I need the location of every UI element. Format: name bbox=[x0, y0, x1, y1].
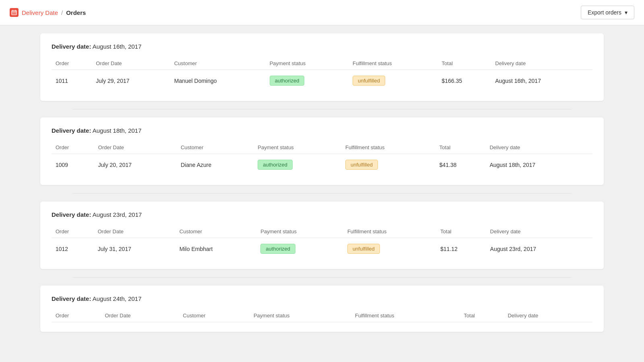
fulfillment-status-badge: unfulfilled bbox=[353, 76, 385, 86]
order-total: $41.38 bbox=[436, 154, 486, 176]
col-total-1: Total bbox=[438, 57, 491, 70]
col-order-2: Order bbox=[52, 141, 94, 154]
group-title-2: Delivery date: August 18th, 2017 bbox=[52, 127, 592, 134]
col-order-4: Order bbox=[52, 309, 101, 322]
delivery-date-value-1: August 16th, 2017 bbox=[93, 43, 142, 50]
order-number: 1009 bbox=[52, 154, 94, 176]
payment-status: authorized bbox=[266, 70, 349, 92]
group-title-3: Delivery date: August 23rd, 2017 bbox=[52, 211, 592, 218]
order-group-2: Delivery date: August 18th, 2017 Order O… bbox=[40, 117, 604, 185]
col-delivery-date-2: Delivery date bbox=[485, 141, 592, 154]
col-customer-3: Customer bbox=[175, 225, 257, 238]
order-number: 1012 bbox=[52, 238, 94, 260]
chevron-down-icon: ▾ bbox=[625, 9, 627, 16]
order-total: $11.12 bbox=[436, 238, 486, 260]
group-title-1: Delivery date: August 16th, 2017 bbox=[52, 43, 592, 50]
table-row[interactable]: 1011 July 29, 2017 Manuel Domingo author… bbox=[52, 70, 592, 92]
delivery-date-label-1: Delivery date: bbox=[52, 43, 91, 50]
customer-name: Milo Embhart bbox=[175, 238, 257, 260]
delivery-date-cell: August 18th, 2017 bbox=[485, 154, 592, 176]
order-number: 1011 bbox=[52, 70, 92, 92]
col-fulfillment-status-3: Fulfillment status bbox=[343, 225, 436, 238]
col-delivery-date-4: Delivery date bbox=[504, 309, 592, 322]
svg-rect-4 bbox=[12, 12, 17, 12]
order-group-4: Delivery date: August 24th, 2017 Order O… bbox=[40, 286, 604, 332]
delivery-date-value-3: August 23rd, 2017 bbox=[93, 211, 142, 218]
col-order-date-2: Order Date bbox=[94, 141, 177, 154]
divider-2 bbox=[72, 193, 572, 193]
col-order-date-4: Order Date bbox=[101, 309, 179, 322]
breadcrumb-current: Orders bbox=[66, 9, 86, 16]
export-orders-button[interactable]: Export orders ▾ bbox=[581, 6, 634, 19]
order-table-2: Order Order Date Customer Payment status… bbox=[52, 141, 592, 175]
col-total-3: Total bbox=[436, 225, 486, 238]
col-fulfillment-status-2: Fulfillment status bbox=[341, 141, 436, 154]
breadcrumb-parent[interactable]: Delivery Date bbox=[22, 9, 58, 16]
order-table-3: Order Order Date Customer Payment status… bbox=[52, 225, 592, 259]
fulfillment-status: unfulfilled bbox=[341, 154, 436, 176]
divider-1 bbox=[72, 109, 572, 109]
col-customer-4: Customer bbox=[179, 309, 250, 322]
order-table-1: Order Order Date Customer Payment status… bbox=[52, 57, 592, 91]
fulfillment-status: unfulfilled bbox=[349, 70, 438, 92]
col-order-1: Order bbox=[52, 57, 92, 70]
payment-status: authorized bbox=[254, 154, 341, 176]
delivery-date-label-2: Delivery date: bbox=[52, 127, 91, 134]
delivery-date-value-2: August 18th, 2017 bbox=[93, 127, 142, 134]
col-fulfillment-status-1: Fulfillment status bbox=[349, 57, 438, 70]
table-row[interactable]: 1009 July 20, 2017 Diane Azure authorize… bbox=[52, 154, 592, 176]
delivery-date-label-4: Delivery date: bbox=[52, 295, 91, 302]
col-total-2: Total bbox=[436, 141, 486, 154]
header: Delivery Date / Orders Export orders ▾ bbox=[0, 0, 644, 25]
payment-status: authorized bbox=[256, 238, 343, 260]
customer-name: Diane Azure bbox=[177, 154, 254, 176]
table-row[interactable]: 1012 July 31, 2017 Milo Embhart authoriz… bbox=[52, 238, 592, 260]
order-date: July 20, 2017 bbox=[94, 154, 177, 176]
order-date: July 31, 2017 bbox=[94, 238, 175, 260]
col-payment-status-4: Payment status bbox=[250, 309, 351, 322]
col-payment-status-1: Payment status bbox=[266, 57, 349, 70]
col-order-date-3: Order Date bbox=[94, 225, 175, 238]
col-delivery-date-3: Delivery date bbox=[486, 225, 592, 238]
col-customer-1: Customer bbox=[170, 57, 266, 70]
payment-status-badge: authorized bbox=[270, 76, 305, 86]
export-orders-label: Export orders bbox=[588, 9, 621, 16]
delivery-date-cell: August 16th, 2017 bbox=[491, 70, 592, 92]
svg-rect-3 bbox=[15, 10, 16, 11]
col-delivery-date-1: Delivery date bbox=[491, 57, 592, 70]
order-date: July 29, 2017 bbox=[92, 70, 170, 92]
col-order-3: Order bbox=[52, 225, 94, 238]
col-customer-2: Customer bbox=[177, 141, 254, 154]
svg-rect-0 bbox=[12, 10, 17, 15]
order-total: $166.35 bbox=[438, 70, 491, 92]
fulfillment-status-badge: unfulfilled bbox=[347, 244, 380, 254]
col-payment-status-3: Payment status bbox=[256, 225, 343, 238]
customer-name: Manuel Domingo bbox=[170, 70, 266, 92]
group-title-4: Delivery date: August 24th, 2017 bbox=[52, 295, 592, 302]
fulfillment-status: unfulfilled bbox=[343, 238, 436, 260]
payment-status-badge: authorized bbox=[260, 244, 295, 254]
delivery-date-label-3: Delivery date: bbox=[52, 211, 91, 218]
fulfillment-status-badge: unfulfilled bbox=[345, 160, 378, 170]
app-icon bbox=[10, 8, 19, 17]
col-order-date-1: Order Date bbox=[92, 57, 170, 70]
divider-3 bbox=[72, 277, 572, 278]
payment-status-badge: authorized bbox=[258, 160, 293, 170]
breadcrumb: Delivery Date / Orders bbox=[10, 8, 86, 17]
order-group-1: Delivery date: August 16th, 2017 Order O… bbox=[40, 33, 604, 101]
breadcrumb-separator: / bbox=[61, 9, 63, 16]
svg-rect-2 bbox=[12, 10, 13, 11]
col-total-4: Total bbox=[460, 309, 504, 322]
col-fulfillment-status-4: Fulfillment status bbox=[351, 309, 460, 322]
delivery-date-cell: August 23rd, 2017 bbox=[486, 238, 592, 260]
main-content: Delivery date: August 16th, 2017 Order O… bbox=[0, 25, 644, 340]
order-table-4: Order Order Date Customer Payment status… bbox=[52, 309, 592, 322]
col-payment-status-2: Payment status bbox=[254, 141, 341, 154]
order-group-3: Delivery date: August 23rd, 2017 Order O… bbox=[40, 202, 604, 269]
delivery-date-value-4: August 24th, 2017 bbox=[93, 295, 142, 302]
